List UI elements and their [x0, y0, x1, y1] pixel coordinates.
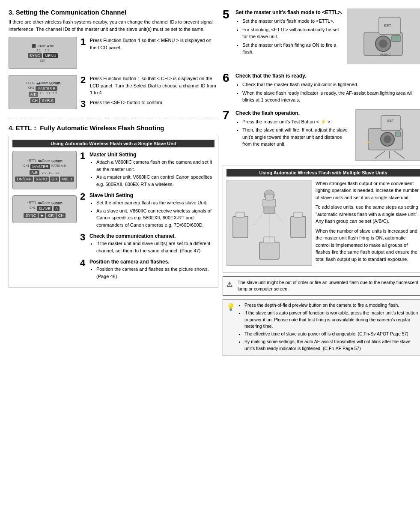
svg-point-3 [379, 39, 387, 48]
warning-box: ⚠ The slave unit might be out of order o… [223, 276, 420, 296]
lcd-display-2: ✓ETTL📷Zoom50mm CH1 MASTER R A:B 2:1 . 1:… [9, 75, 77, 109]
step1-text: Press Function Button 4 so that < MENU >… [90, 37, 218, 51]
comm-step: 3 Check the communication channel. If th… [80, 232, 214, 255]
ettl-section: Using Automatic Wireless Flash with a Si… [9, 136, 218, 287]
step2-device-image: ✓ETTL📷Zoom50mm CH1 MASTER R A:B 2:1 . 1:… [9, 75, 77, 112]
step7-body: Check the flash operation. Press the mas… [235, 109, 352, 149]
step7-inner: 7 Check the flash operation. Press the m… [223, 109, 352, 149]
step5-bullet-3: Set the master unit flash firing as ON t… [242, 42, 343, 56]
step6-bullet-2: When the slave flash ready indicator is … [242, 90, 420, 104]
info-bullets: Press the depth-of-field preview button … [244, 302, 420, 352]
slave-step-title: Slave Unit Setting [89, 192, 133, 198]
master-lcd-device: ✓ETTL📷Zoom50mm CH1 MASTER RATIO A:B A:B … [12, 151, 77, 189]
step1-device-image: ⬛ RATIO A:BC 2:1.1:1 SYNC MENU SET [9, 37, 77, 72]
svg-text:SET: SET [384, 24, 391, 28]
slave-bullets: Set the other camera flash as the wirele… [96, 199, 214, 228]
info-bullet-1: Press the depth-of-field preview button … [244, 302, 420, 309]
svg-rect-22 [236, 212, 244, 217]
position-bullets: Position the camera and flashes as the p… [96, 266, 214, 280]
multi-content: When stronger flash output or more conve… [226, 180, 420, 269]
step1-block: ⬛ RATIO A:BC 2:1.1:1 SYNC MENU SET 1 [9, 37, 218, 72]
step5-body: Set the master unit's flash mode to <ETT… [235, 9, 343, 57]
step1-content: 1 Press Function Button 4 so that < MENU… [80, 37, 218, 72]
svg-line-16 [394, 151, 405, 159]
ettl-steps: 1 Master Unit Setting Attach a V860IIC c… [80, 151, 214, 284]
master-step-title: Master Unit Setting [89, 152, 136, 158]
device-images: ✓ETTL📷Zoom50mm CH1 MASTER RATIO A:B A:B … [12, 151, 77, 284]
comm-bullet-1: If the master unit and slave unit(s) are… [96, 240, 214, 254]
svg-rect-23 [291, 216, 306, 238]
multi-slave-img [226, 180, 312, 266]
slave-lcd-device: ✓ETTL📷Zoom50mm CH1 SLAVE A SYNC ★ GR CH [12, 195, 77, 223]
multi-text-content: When stronger flash output or more conve… [316, 180, 420, 269]
master-step-num: 1 [80, 151, 87, 161]
svg-rect-20 [265, 194, 273, 200]
multi-text-3: When the number of slave units is increa… [316, 228, 420, 263]
svg-line-28 [274, 210, 284, 225]
step7-bullet-1: Press the master unit's Test Button < ⚡ … [242, 118, 352, 126]
info-bullet-3: The effective time of slave auto power o… [244, 331, 420, 338]
right-steps-5-7: 5 Set the master unit's flash mode to <E… [223, 9, 343, 68]
right-column: 5 Set the master unit's flash mode to <E… [223, 9, 420, 500]
box-title: Using Automatic Wireless Flash with a Si… [12, 140, 214, 147]
step7-heading: Check the flash operation. [235, 109, 352, 117]
info-content: Press the depth-of-field preview button … [238, 302, 420, 353]
step3-text: Press the <SET> button to confirm. [90, 99, 218, 106]
warning-text: The slave unit might be out of order or … [238, 279, 420, 293]
step2-text: Press Function Button 1 so that < CH > i… [90, 75, 218, 96]
step6-block: 6 Check that the flash is ready. Check t… [223, 72, 420, 105]
svg-rect-21 [233, 216, 248, 238]
svg-point-10 [384, 135, 391, 143]
position-bullet-1: Position the camera and flashes as the p… [96, 266, 214, 280]
svg-rect-8 [381, 116, 400, 131]
step5-bullet-2: For shooting, <ETTL> will automatically … [242, 26, 343, 40]
step7-bullets: Press the master unit's Test Button < ⚡ … [242, 118, 352, 148]
step6-number: 6 [223, 72, 233, 84]
comm-step-title: Check the communication channel. [89, 233, 176, 239]
step7-section: 7 Check the flash operation. Press the m… [223, 109, 420, 161]
svg-line-14 [375, 151, 385, 159]
slave-step-body: Slave Unit Setting Set the other camera … [89, 192, 214, 230]
comm-bullets: If the master unit and slave unit(s) are… [96, 240, 214, 254]
master-bullet-2: As a master unit, V860IIC can control Ca… [96, 174, 214, 188]
svg-text:⚡: ⚡ [366, 141, 370, 144]
step3-number: 3 [80, 99, 87, 109]
svg-text:V860IIC: V860IIC [380, 53, 390, 56]
multi-slave-section: Using Automatic Wireless Flash with Mult… [223, 165, 420, 273]
svg-rect-25 [259, 242, 279, 259]
svg-text:SET: SET [387, 119, 394, 123]
section3-title: 3. Setting the Communication Channel [9, 9, 218, 16]
multi-text-1: When stronger flash output or more conve… [316, 180, 420, 201]
multi-box-title: Using Automatic Wireless Flash with Mult… [226, 169, 420, 177]
position-step-body: Position the camera and flashes. Positio… [89, 258, 214, 281]
left-column: 3. Setting the Communication Channel If … [9, 9, 218, 500]
comm-step-num: 3 [80, 232, 87, 243]
step2-content: 2 Press Function Button 1 so that < CH >… [80, 75, 218, 112]
svg-rect-19 [263, 199, 276, 207]
info-box: 💡 Press the depth-of-field preview butto… [223, 299, 420, 356]
step7-camera-img: SET ⚡ [355, 109, 420, 161]
multi-slave-image [226, 180, 312, 269]
section3-intro: If there are other wireless flash system… [9, 18, 218, 33]
camera-flash-img: SET V860IIC [347, 9, 420, 64]
svg-line-27 [254, 210, 265, 225]
step6-heading: Check that the flash is ready. [235, 72, 420, 80]
slave-step-num: 2 [80, 192, 87, 202]
info-bullet-4: By making some settings, the auto AF-ass… [244, 338, 420, 352]
comm-step-body: Check the communication channel. If the … [89, 232, 214, 255]
ettl-main-content: ✓ETTL📷Zoom50mm CH1 MASTER RATIO A:B A:B … [12, 151, 214, 284]
lcd-display-1: ⬛ RATIO A:BC 2:1.1:1 SYNC MENU SET [9, 37, 77, 69]
step6-bullets: Check that the master flash ready indica… [242, 81, 420, 104]
master-step-body: Master Unit Setting Attach a V860IIC cam… [89, 151, 214, 189]
divider [9, 118, 218, 118]
slave-bullet-1: Set the other camera flash as the wirele… [96, 199, 214, 207]
multi-text-2: To add slave units, use the same steps a… [316, 204, 420, 225]
step7-device-image: SET ⚡ [355, 109, 420, 161]
svg-rect-24 [294, 212, 302, 217]
step2-number: 2 [80, 75, 87, 85]
step5-block: 5 Set the master unit's flash mode to <E… [223, 9, 343, 57]
step6-bullet-1: Check that the master flash ready indica… [242, 81, 420, 88]
master-bullets: Attach a V860IIC camera flash on the cam… [96, 159, 214, 188]
step5-heading: Set the master unit's flash mode to <ETT… [235, 9, 343, 16]
step5-bullets: Set the master unit's flash mode to <ETT… [242, 18, 343, 56]
